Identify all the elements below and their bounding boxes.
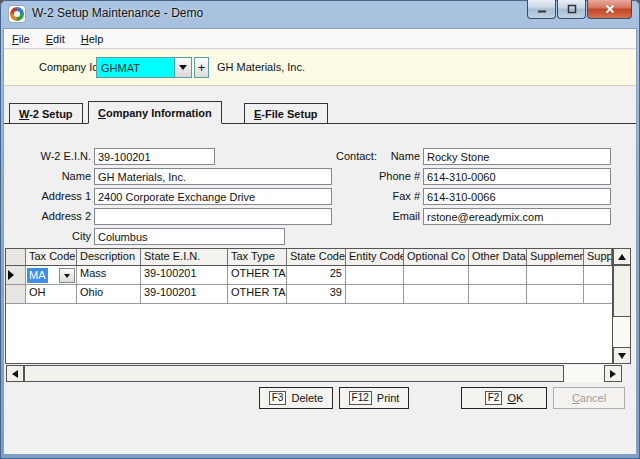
tab-w2-setup[interactable]: W-2 Setup [9, 103, 83, 124]
action-button-bar: F3 Delete F12 Print F2 OK Cancel [4, 387, 636, 417]
print-button[interactable]: F12 Print [339, 387, 409, 409]
minimize-button[interactable] [527, 0, 556, 19]
email-label: Email [360, 208, 420, 225]
delete-button[interactable]: F3 Delete [259, 387, 333, 409]
menu-edit[interactable]: Edit [38, 31, 73, 47]
grid-header-optional-code[interactable]: Optional Co [404, 249, 469, 265]
app-window: W-2 Setup Maintenance - Demo File Edit H… [0, 0, 640, 459]
grid-vertical-scrollbar[interactable] [612, 248, 630, 364]
horizontal-scroll-thumb[interactable] [24, 365, 564, 382]
grid-horizontal-scrollbar[interactable] [6, 365, 622, 382]
entity-code-cell[interactable] [346, 285, 404, 303]
supplement-cell[interactable] [527, 266, 584, 284]
state-code-cell[interactable]: 25 [287, 266, 346, 284]
company-name-text: GH Materials, Inc. [217, 61, 305, 73]
client-area: File Edit Help Company Id GHMAT + GH Mat… [3, 28, 637, 455]
ein-label: W-2 E.I.N. [7, 148, 91, 165]
scroll-right-button[interactable] [604, 365, 622, 382]
menu-help[interactable]: Help [73, 31, 112, 47]
other-data-cell[interactable] [469, 285, 527, 303]
name-field[interactable] [94, 168, 332, 185]
supplement-cell[interactable] [527, 285, 584, 303]
phone-field[interactable] [423, 168, 611, 185]
table-row[interactable]: OH Ohio 39-100201 OTHER TAX 39 [6, 285, 630, 304]
other-data-cell[interactable] [469, 266, 527, 284]
suppl-cell[interactable] [584, 266, 612, 284]
fax-field[interactable] [423, 188, 611, 205]
close-icon [605, 4, 615, 14]
grid-header-tax-code[interactable]: Tax Code [26, 249, 77, 265]
cancel-button: Cancel [553, 387, 625, 409]
grid-header-other-data[interactable]: Other Data [469, 249, 527, 265]
email-field[interactable] [423, 208, 611, 225]
contact-name-label: Name [360, 148, 420, 165]
ein-field[interactable] [94, 148, 215, 165]
row-selector-cell[interactable] [6, 285, 26, 303]
state-code-cell[interactable]: 39 [287, 285, 346, 303]
address1-label: Address 1 [7, 188, 91, 205]
phone-label: Phone # [360, 168, 420, 185]
table-row[interactable]: MA Mass 39-100201 OTHER TAX 25 [6, 266, 630, 285]
grid-header-tax-type[interactable]: Tax Type [228, 249, 287, 265]
current-row-marker-icon [8, 270, 14, 280]
tax-code-grid: Tax Code Description State E.I.N. Tax Ty… [5, 248, 631, 364]
description-cell[interactable]: Mass [77, 266, 141, 284]
f12-keycap: F12 [349, 391, 372, 405]
state-ein-cell[interactable]: 39-100201 [141, 285, 228, 303]
grid-header-description[interactable]: Description [77, 249, 141, 265]
title-bar[interactable]: W-2 Setup Maintenance - Demo [0, 0, 640, 28]
optional-code-cell[interactable] [404, 285, 469, 303]
vertical-scroll-thumb[interactable] [613, 265, 631, 317]
grid-header-row: Tax Code Description State E.I.N. Tax Ty… [6, 249, 630, 266]
app-logo-icon [9, 6, 25, 22]
arrow-left-icon [12, 370, 18, 378]
scroll-down-button[interactable] [613, 347, 631, 364]
company-id-label: Company Id [39, 61, 98, 73]
tab-efile-setup[interactable]: E-File Setup [244, 103, 328, 124]
tab-page-area: W-2 Setup Company Information E-File Set… [4, 87, 636, 454]
grid-header-state-ein[interactable]: State E.I.N. [141, 249, 228, 265]
tax-code-cell[interactable]: MA [26, 266, 77, 284]
window-controls [526, 0, 632, 19]
address2-field[interactable] [94, 208, 332, 225]
menu-bar: File Edit Help [4, 29, 636, 49]
minimize-icon [537, 5, 547, 14]
state-ein-cell[interactable]: 39-100201 [141, 266, 228, 284]
description-cell[interactable]: Ohio [77, 285, 141, 303]
optional-code-cell[interactable] [404, 266, 469, 284]
tax-type-cell[interactable]: OTHER TAX [228, 285, 287, 303]
company-selector-bar: Company Id GHMAT + GH Materials, Inc. [4, 50, 636, 86]
address1-field[interactable] [94, 188, 332, 205]
city-label: City [7, 228, 91, 245]
menu-file[interactable]: File [4, 31, 38, 47]
maximize-icon [567, 4, 577, 14]
grid-header-state-code[interactable]: State Code [287, 249, 346, 265]
address2-label: Address 2 [7, 208, 91, 225]
tax-type-cell[interactable]: OTHER TAX [228, 266, 287, 284]
city-field[interactable] [94, 228, 285, 245]
tax-code-dropdown-button[interactable] [59, 268, 75, 283]
grid-header-suppl[interactable]: Suppl [584, 249, 612, 265]
chevron-down-icon [179, 65, 187, 70]
grid-header-entity-code[interactable]: Entity Code [346, 249, 404, 265]
company-id-dropdown-button[interactable] [174, 57, 192, 78]
close-button[interactable] [587, 0, 632, 19]
suppl-cell[interactable] [584, 285, 612, 303]
entity-code-cell[interactable] [346, 266, 404, 284]
contact-name-field[interactable] [423, 148, 611, 165]
tab-company-information[interactable]: Company Information [88, 101, 222, 124]
tax-code-cell[interactable]: OH [26, 285, 77, 303]
scroll-up-button[interactable] [613, 248, 631, 265]
grid-header-selector [6, 249, 26, 265]
maximize-button[interactable] [557, 0, 586, 19]
scroll-left-button[interactable] [6, 365, 24, 382]
arrow-up-icon [618, 254, 626, 260]
grid-header-supplement[interactable]: Supplement [527, 249, 584, 265]
ok-button[interactable]: F2 OK [461, 387, 547, 409]
row-selector-cell[interactable] [6, 266, 26, 284]
name-label: Name [7, 168, 91, 185]
add-company-button[interactable]: + [194, 57, 209, 78]
arrow-down-icon [618, 353, 626, 359]
company-id-combo[interactable]: GHMAT [96, 57, 174, 78]
f2-keycap: F2 [485, 391, 503, 405]
